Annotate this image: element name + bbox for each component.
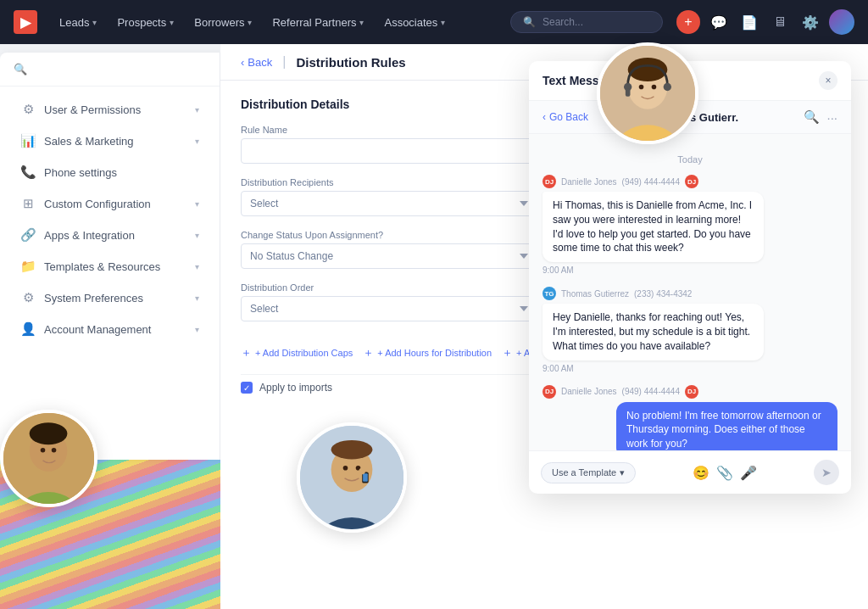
search-input[interactable]	[542, 16, 650, 28]
send-button[interactable]: ➤	[814, 460, 839, 485]
recipients-group: Distribution Recipients Select	[241, 177, 537, 216]
add-distribution-caps-btn[interactable]: ＋ + Add Distribution Caps	[241, 345, 353, 360]
mic-icon[interactable]: 🎤	[740, 465, 757, 481]
message-bubble-3: No problem! I'm free tomorrow afternoon …	[616, 402, 837, 450]
sidebar-item-sales-marketing[interactable]: 📊 Sales & Marketing ▾	[7, 126, 213, 156]
account-icon: 👤	[20, 321, 36, 337]
message-bubble-1: Hi Thomas, this is Danielle from Acme, I…	[542, 192, 764, 262]
sender-info-3: DJ Danielle Jones (949) 444-4444 DJ	[542, 385, 837, 399]
tm-messages: Today DJ Danielle Jones (949) 444-4444 D…	[529, 134, 851, 450]
chevron-down-icon: ▾	[195, 199, 199, 209]
message-2: TG Thomas Gutierrez (233) 434-4342 Hey D…	[542, 287, 837, 372]
chevron-down-icon: ▾	[92, 18, 97, 27]
tm-actions: 🔍 ···	[804, 109, 837, 125]
text-messages-panel: Text Messages × ‹ Go Back Thomas Gutierr…	[529, 61, 851, 494]
search-bar[interactable]: 🔍	[510, 11, 663, 33]
chat-icon[interactable]: 💬	[707, 10, 731, 34]
change-status-group: Change Status Upon Assignment? No Status…	[241, 230, 537, 269]
custom-config-icon: ⊞	[20, 196, 36, 211]
plus-icon: ＋	[363, 345, 374, 360]
svg-point-8	[652, 85, 657, 90]
sidebar-item-account-mgmt[interactable]: 👤 Account Management ▾	[7, 314, 213, 344]
message-time-2: 9:00 AM	[542, 364, 837, 373]
rule-name-group: Rule Name	[241, 125, 537, 164]
add-hours-btn[interactable]: ＋ + Add Hours for Distribution	[363, 345, 492, 360]
svg-point-7	[639, 85, 644, 90]
nav-prospects[interactable]: Prospects ▾	[108, 11, 182, 34]
app-logo[interactable]: ▶	[14, 10, 37, 34]
sender-phone-1: (949) 444-4444	[622, 177, 680, 187]
nav-referral-partners[interactable]: Referral Partners ▾	[264, 11, 372, 34]
document-icon[interactable]: 📄	[737, 10, 761, 34]
chevron-down-icon: ▾	[195, 231, 199, 240]
add-button[interactable]: +	[676, 10, 700, 34]
chevron-down-icon: ▾	[195, 105, 199, 115]
message-time-1: 9:00 AM	[542, 265, 837, 275]
plus-icon: ＋	[241, 345, 252, 360]
back-button[interactable]: ‹ Back	[241, 56, 272, 69]
sidebar-item-custom-config[interactable]: ⊞ Custom Configuration ▾	[7, 188, 213, 219]
navbar: ▶ Leads ▾ Prospects ▾ Borrowers ▾ Referr…	[0, 0, 868, 44]
recipients-select[interactable]: Select	[241, 191, 537, 216]
distribution-order-select[interactable]: Select	[241, 296, 537, 321]
sender-name-1: Danielle Jones	[561, 177, 617, 187]
page-title: Distribution Rules	[296, 55, 405, 70]
nav-actions: + 💬 📄 🖥 ⚙️	[676, 9, 854, 35]
tm-footer: Use a Template ▾ 😊 📎 🎤 ➤	[529, 450, 851, 494]
back-arrow-icon: ‹	[241, 56, 244, 69]
svg-point-21	[30, 422, 68, 444]
emoji-icon[interactable]: 😊	[693, 465, 709, 481]
svg-point-15	[343, 466, 348, 471]
use-template-button[interactable]: Use a Template ▾	[541, 462, 636, 483]
distribution-order-label: Distribution Order	[241, 282, 537, 293]
sidebar-item-system-prefs[interactable]: ⚙ System Preferences ▾	[7, 282, 213, 313]
more-options-icon[interactable]: ···	[826, 110, 837, 125]
chevron-down-icon: ▾	[441, 18, 445, 27]
svg-rect-14	[363, 473, 368, 481]
recipients-label: Distribution Recipients	[241, 177, 537, 187]
sender-avatar-2: TG	[542, 287, 556, 300]
tm-back-button[interactable]: ‹ Go Back	[542, 111, 588, 123]
user-avatar[interactable]	[829, 9, 854, 35]
svg-point-12	[331, 440, 373, 460]
tm-close-button[interactable]: ×	[819, 71, 837, 90]
nav-associates[interactable]: Associates ▾	[376, 11, 453, 34]
sender-phone-3: (949) 444-4444	[622, 387, 680, 396]
rule-name-input[interactable]	[241, 138, 537, 164]
chevron-down-icon: ▾	[195, 325, 199, 334]
sidebar-item-templates[interactable]: 📁 Templates & Resources ▾	[7, 251, 213, 282]
apply-imports-label: Apply to imports	[259, 382, 332, 394]
nav-borrowers[interactable]: Borrowers ▾	[186, 11, 260, 34]
svg-rect-6	[626, 88, 631, 96]
rule-name-label: Rule Name	[241, 125, 537, 135]
sidebar-item-user-permissions[interactable]: ⚙ User & Permissions ▾	[7, 94, 213, 125]
attachment-icon[interactable]: 📎	[716, 465, 733, 481]
chevron-down-icon: ▾	[195, 137, 199, 146]
sender-name-2: Thomas Gutierrez	[561, 289, 629, 299]
phone-icon: 📞	[20, 165, 36, 180]
chevron-down-icon: ▾	[248, 18, 252, 27]
apply-imports-checkbox[interactable]: ✓	[241, 382, 253, 394]
chevron-down-icon: ▾	[195, 262, 199, 271]
sales-marketing-icon: 📊	[20, 133, 36, 148]
user-permissions-icon: ⚙	[20, 102, 36, 117]
sidebar-search-icon: 🔍	[14, 63, 27, 75]
settings-icon[interactable]: ⚙️	[798, 10, 822, 34]
sidebar-search-area[interactable]: 🔍	[0, 53, 220, 87]
back-arrow-icon: ‹	[542, 111, 546, 123]
chevron-down-icon: ▾	[620, 467, 625, 478]
sidebar-item-phone-settings[interactable]: 📞 Phone settings	[7, 157, 213, 187]
search-icon[interactable]: 🔍	[804, 109, 820, 125]
breadcrumb-separator: |	[282, 54, 286, 70]
svg-point-23	[52, 448, 57, 453]
chevron-down-icon: ▾	[170, 18, 174, 27]
change-status-select[interactable]: No Status Change	[241, 243, 537, 269]
sidebar-item-apps-integration[interactable]: 🔗 Apps & Integration ▾	[7, 220, 213, 250]
message-3: DJ Danielle Jones (949) 444-4444 DJ No p…	[542, 385, 837, 450]
message-bubble-2: Hey Danielle, thanks for reaching out! Y…	[542, 304, 764, 360]
sender-info-2: TG Thomas Gutierrez (233) 434-4342	[542, 287, 837, 300]
screen-icon[interactable]: 🖥	[768, 10, 792, 34]
avatar-man-phone	[297, 422, 407, 533]
nav-leads[interactable]: Leads ▾	[51, 11, 105, 34]
date-divider: Today	[542, 154, 837, 165]
